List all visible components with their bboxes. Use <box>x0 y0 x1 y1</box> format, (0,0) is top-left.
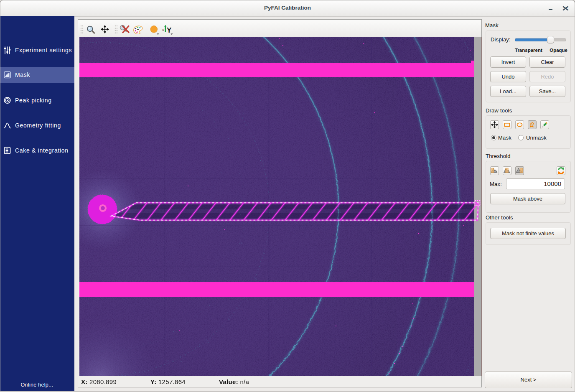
svg-text:0: 0 <box>163 28 164 32</box>
svg-text:Y: Y <box>167 26 172 34</box>
